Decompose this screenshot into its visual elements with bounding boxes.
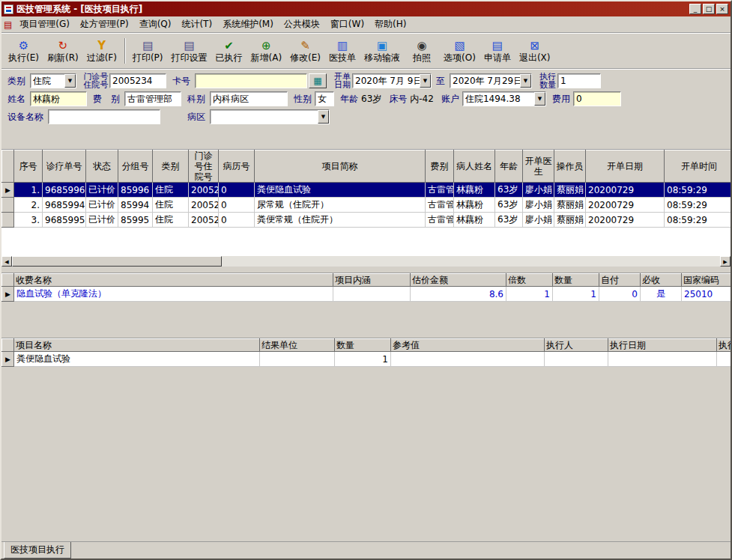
visit-number-input[interactable]: [109, 73, 166, 88]
card-number-input[interactable]: [195, 73, 307, 88]
category-select[interactable]: 住院 ▼: [30, 73, 76, 88]
printer-setup-icon: ▤: [184, 40, 194, 52]
fee-type-input[interactable]: [124, 91, 181, 106]
toolbar-button-label: 修改(E): [290, 53, 321, 63]
menu-item-window[interactable]: 窗口(W): [325, 16, 369, 32]
table-row[interactable]: ▶ 隐血试验（单克隆法） 8.6 1 1 0 是 25010: [2, 287, 731, 302]
scrollbar-thumb[interactable]: [12, 256, 222, 267]
cell: 隐血试验（单克隆法）: [14, 287, 333, 302]
table-row[interactable]: 2. 9685994 已计价 85994 住院 2005234 0 尿常规（住院…: [2, 198, 731, 213]
date-to-label: 至: [436, 75, 445, 88]
menu-item-help[interactable]: 帮助(H): [369, 16, 411, 32]
scrollbar-track[interactable]: [222, 256, 720, 267]
options-icon: ▧: [454, 40, 465, 52]
close-button[interactable]: ×: [716, 4, 728, 14]
cell: 1: [553, 287, 599, 302]
toolbar-button-label: 申请单: [484, 53, 511, 63]
order-date-label: 开单日期: [333, 73, 352, 89]
restore-button[interactable]: □: [703, 4, 715, 14]
toolbar-execute-button[interactable]: ⚙ 执行(E): [4, 36, 43, 66]
table-row[interactable]: ▶ 粪便隐血试验 1: [2, 352, 731, 367]
toolbar-mobile-infusion-button[interactable]: ▣ 移动输液: [360, 36, 404, 66]
cell: 住院: [153, 198, 189, 213]
toolbar-edit-button[interactable]: ✎ 修改(E): [286, 36, 324, 66]
order-date-to-select[interactable]: 2020年 7月29日 ▼: [450, 73, 532, 88]
toolbar-print-setup-button[interactable]: ▤ 打印设置: [168, 36, 211, 66]
row-selector: [2, 198, 14, 213]
account-select[interactable]: 住院1494.38 ▼: [462, 91, 546, 106]
horizontal-scrollbar[interactable]: ◀ ▶: [1, 256, 731, 267]
toolbar-button-label: 刷新(R): [47, 53, 79, 63]
cell: 85994: [118, 198, 153, 213]
order-date-from-value: 2020年 7月 9日: [353, 75, 420, 88]
document-icon: ▥: [337, 40, 348, 52]
cell: 25010: [682, 287, 731, 302]
toolbar-button-label: 执行(E): [8, 53, 39, 63]
cell: 0: [219, 183, 255, 198]
patient-name-label: 姓名: [7, 93, 25, 106]
menu-item-stats[interactable]: 统计(T): [176, 16, 217, 32]
sex-input[interactable]: [315, 91, 334, 106]
visit-number-label: 门诊号住院号: [82, 73, 109, 89]
menu-item-common-modules[interactable]: 公共模块: [279, 16, 325, 32]
toolbar-add-button[interactable]: ⊕ 新增(A): [247, 36, 286, 66]
window-controls: _ □ ×: [689, 4, 728, 14]
toolbar-photo-button[interactable]: ◉ 拍照: [405, 36, 439, 66]
toolbar-button-label: 新增(A): [251, 53, 282, 63]
card-reader-button[interactable]: ▦: [309, 73, 327, 88]
toolbar-print-button[interactable]: ▤ 打印(P): [129, 36, 167, 66]
chevron-down-icon[interactable]: ▼: [64, 74, 76, 88]
cell: 1: [335, 352, 391, 367]
cell: 08:59:29: [665, 213, 731, 228]
toolbar-options-button[interactable]: ▧ 选项(O): [440, 36, 480, 66]
toolbar-exit-button[interactable]: ⊠ 退出(X): [515, 36, 554, 66]
column-header-order-no: 诊疗单号: [43, 150, 86, 183]
toolbar-filter-button[interactable]: Y 过滤(F): [83, 36, 121, 66]
cell: 0: [219, 213, 255, 228]
cell: [333, 287, 411, 302]
execution-quantity-input[interactable]: [557, 73, 601, 88]
scroll-left-button[interactable]: ◀: [1, 256, 12, 267]
cell: 8.6: [411, 287, 506, 302]
cell: 2005234: [189, 213, 219, 228]
minimize-button[interactable]: _: [689, 4, 701, 14]
toolbar-executed-button[interactable]: ✔ 已执行: [212, 36, 246, 66]
chevron-down-icon[interactable]: ▼: [420, 74, 431, 88]
device-icon: ▣: [377, 40, 387, 52]
tab-medtech-execution[interactable]: 医技项目执行: [4, 542, 71, 559]
cell: 20200729: [586, 183, 665, 198]
ward-select[interactable]: ▼: [210, 109, 330, 124]
toolbar-request-form-button[interactable]: ▤ 申请单: [480, 36, 515, 66]
order-date-from-select[interactable]: 2020年 7月 9日 ▼: [352, 73, 432, 88]
column-header-category: 类别: [153, 150, 189, 183]
cell: 9685996: [43, 183, 86, 198]
chevron-down-icon[interactable]: ▼: [534, 92, 545, 106]
menu-item-query[interactable]: 查询(Q): [134, 16, 177, 32]
toolbar-refresh-button[interactable]: ↻ 刷新(R): [43, 36, 82, 66]
department-input[interactable]: [210, 91, 288, 106]
toolbar-medtech-form-button[interactable]: ▥ 医技单: [325, 36, 360, 66]
current-row-arrow-icon: ▶: [5, 356, 10, 363]
menu-item-prescription-mgmt[interactable]: 处方管理(P): [75, 16, 134, 32]
toolbar-button-label: 退出(X): [519, 53, 551, 63]
gear-icon: ⚙: [19, 40, 28, 52]
cost-input[interactable]: [573, 91, 621, 106]
cell: 蔡丽娟: [554, 183, 586, 198]
menu-item-system-maint[interactable]: 系统维护(M): [217, 16, 279, 32]
category-value: 住院: [31, 75, 64, 88]
column-header-national-code: 国家编码: [682, 274, 731, 287]
cell: 9685994: [43, 198, 86, 213]
chevron-down-icon[interactable]: ▼: [318, 110, 329, 124]
device-name-input[interactable]: [48, 109, 160, 124]
patient-name-input[interactable]: [30, 91, 87, 106]
filter-panel: 类别 住院 ▼ 门诊号住院号 卡号 ▦ 开单日期 2020年 7月 9日 ▼ 至…: [1, 70, 731, 128]
chevron-down-icon[interactable]: ▼: [520, 74, 531, 88]
toolbar-button-label: 过滤(F): [87, 53, 117, 63]
cell: 住院: [153, 213, 189, 228]
ward-label: 病区: [187, 111, 205, 124]
menu-item-project-mgmt[interactable]: 项目管理(G): [14, 16, 75, 32]
table-row[interactable]: 3. 9685995 已计价 85995 住院 2005234 0 粪便常规（住…: [2, 213, 731, 228]
table-row[interactable]: ▶ 1. 9685996 已计价 85996 住院 2005234 0 粪便隐血…: [2, 183, 731, 198]
column-header-est-amount: 估价金额: [411, 274, 506, 287]
scroll-right-button[interactable]: ▶: [720, 256, 731, 267]
